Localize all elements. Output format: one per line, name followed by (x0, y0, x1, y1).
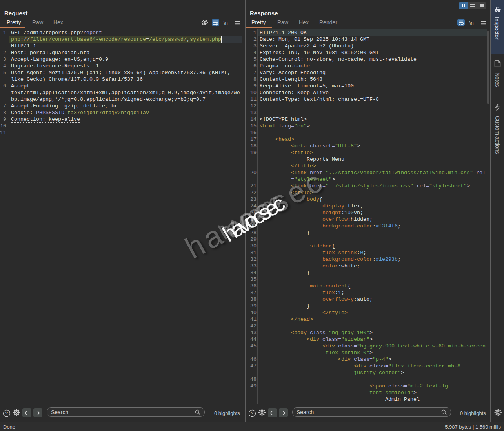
svg-text:?: ? (5, 411, 8, 416)
svg-text:?: ? (251, 411, 253, 416)
